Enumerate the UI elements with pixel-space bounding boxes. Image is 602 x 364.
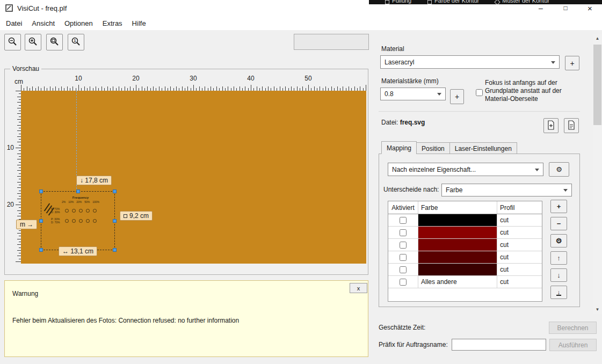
distinguish-combobox[interactable]: Farbe xyxy=(441,184,572,196)
object-row: P: 30%D: 70% xyxy=(49,217,112,224)
move-up-mapping-button[interactable]: ↑ xyxy=(550,251,567,265)
settings-mapping-button[interactable]: ⚙ xyxy=(550,234,567,247)
zoom-original-button[interactable]: 1 xyxy=(68,34,84,50)
calculate-button[interactable]: Berechnen xyxy=(549,322,597,334)
job-prefix-input[interactable] xyxy=(452,339,546,351)
scroll-down-arrow[interactable]: ▼ xyxy=(593,305,602,314)
row-enabled-checkbox[interactable] xyxy=(400,242,407,249)
material-combobox[interactable]: Laseracryl xyxy=(380,55,560,69)
row-enabled-checkbox[interactable] xyxy=(400,229,407,236)
ruler-tick xyxy=(119,86,119,91)
panel-separator xyxy=(379,111,580,112)
size-dimension-label: 9,2 cm xyxy=(129,212,149,220)
row-enabled-checkbox[interactable] xyxy=(400,254,407,261)
menu-extras[interactable]: Extras xyxy=(98,17,127,30)
mapping-mode-combobox[interactable]: Nach einzelner Eigenschaft... xyxy=(388,163,543,176)
vertical-ruler: 1020 xyxy=(5,91,21,264)
move-down-mapping-button[interactable]: ↓ xyxy=(550,268,567,282)
mapping-row[interactable]: cut xyxy=(388,239,542,251)
tab-laser-einstellungen[interactable]: Laser-Einstellungen xyxy=(449,142,517,154)
zoom-out-button[interactable] xyxy=(4,34,21,50)
ruler-tick xyxy=(205,86,205,91)
ruler-tick xyxy=(16,148,21,148)
mapping-settings-button[interactable]: ⚙ xyxy=(549,162,569,177)
menu-datei[interactable]: Datei xyxy=(1,17,27,30)
selection-handle[interactable] xyxy=(113,219,117,223)
menu-optionen[interactable]: Optionen xyxy=(60,17,98,30)
ruler-tick xyxy=(251,85,251,91)
ruler-tick xyxy=(285,86,286,91)
object-rows: P: 70%D: 30%P: 30%D: 70% xyxy=(49,207,112,224)
table-header-cell: Farbe xyxy=(418,201,497,214)
selection-handle[interactable] xyxy=(113,190,117,193)
row-enabled-checkbox[interactable] xyxy=(400,217,407,224)
scroll-up-arrow[interactable]: ▲ xyxy=(593,34,602,43)
selection-handle[interactable] xyxy=(76,190,80,193)
mapping-row[interactable]: cut xyxy=(388,214,542,227)
ruler-tick xyxy=(17,256,21,256)
enabled-cell xyxy=(388,227,418,238)
execute-button[interactable]: Ausführen xyxy=(549,339,597,351)
enabled-cell xyxy=(388,251,418,263)
color-swatch xyxy=(418,214,497,226)
remove-mapping-button[interactable]: − xyxy=(550,217,567,230)
zoom-in-button[interactable] xyxy=(25,34,41,50)
ruler-tick xyxy=(302,86,303,91)
ruler-tick xyxy=(240,86,240,91)
add-mapping-button[interactable]: + xyxy=(550,200,567,213)
selection-handle[interactable] xyxy=(39,190,43,193)
square-icon xyxy=(124,214,127,218)
ruler-tick xyxy=(101,86,102,91)
ruler-tick xyxy=(308,85,309,91)
selection-handle[interactable] xyxy=(113,248,117,252)
scrollbar-thumb[interactable] xyxy=(593,45,601,125)
engraving-test-object: Frequency 2%10%20%50%100% P: 70%D: 30%P:… xyxy=(49,196,112,224)
thickness-combobox[interactable]: 0.8 xyxy=(380,88,446,100)
file-line: Datei: freq.svg xyxy=(381,119,425,126)
save-mapping-button[interactable]: ↓ xyxy=(550,286,567,299)
engrave-sample-dot xyxy=(93,219,97,223)
menu-hilfe[interactable]: Hilfe xyxy=(127,17,151,30)
focus-baseplate-checkbox[interactable] xyxy=(476,89,483,96)
ruler-tick xyxy=(17,113,21,114)
visicut-window: VisiCut - freq.plf – □ × FüllungFarbe de… xyxy=(0,0,602,364)
ruler-tick xyxy=(314,86,315,91)
panel-scrollbar[interactable]: ▲ ▼ xyxy=(593,34,602,314)
reload-file-button[interactable] xyxy=(564,118,579,133)
engrave-sample-dot xyxy=(93,209,97,213)
thickness-value: 0.8 xyxy=(385,90,394,98)
ruler-tick xyxy=(78,85,79,91)
tab-position[interactable]: Position xyxy=(416,142,450,154)
ruler-tick-label: 40 xyxy=(247,75,254,82)
add-thickness-button[interactable]: + xyxy=(450,89,464,104)
selection-handle[interactable] xyxy=(39,219,43,223)
selection-handle[interactable] xyxy=(39,248,43,252)
enabled-cell xyxy=(388,214,418,226)
ruler-tick xyxy=(72,86,73,91)
ruler-tick xyxy=(130,86,130,91)
zoom-fit-page-button[interactable] xyxy=(46,34,63,50)
mapping-row[interactable]: Alles anderecut xyxy=(388,276,542,288)
add-material-button[interactable]: + xyxy=(565,56,579,70)
open-file-button[interactable] xyxy=(543,118,559,133)
ruler-tick xyxy=(349,86,349,91)
selected-object[interactable]: Frequency 2%10%20%50%100% P: 70%D: 30%P:… xyxy=(41,191,115,250)
window-title: VisiCut - freq.plf xyxy=(17,4,67,12)
engrave-sample-dot xyxy=(65,209,69,213)
mapping-row[interactable]: cut xyxy=(388,251,542,264)
outline-color-checkbox-icon xyxy=(427,0,432,4)
ruler-tick xyxy=(354,86,355,91)
menu-ansicht[interactable]: Ansicht xyxy=(27,17,60,30)
ruler-tick xyxy=(38,86,39,91)
mapping-row[interactable]: cut xyxy=(388,264,542,276)
ruler-tick xyxy=(17,165,21,165)
object-title: Frequency xyxy=(49,196,112,199)
object-row-label: P: 30%D: 70% xyxy=(51,217,62,224)
warning-close-button[interactable]: x xyxy=(350,283,367,293)
color-swatch xyxy=(418,239,497,251)
mapping-row[interactable]: cut xyxy=(388,227,542,239)
row-enabled-checkbox[interactable] xyxy=(400,279,407,286)
tab-mapping[interactable]: Mapping xyxy=(381,141,417,154)
row-enabled-checkbox[interactable] xyxy=(400,266,407,273)
settings-icon: ⚙ xyxy=(556,237,562,245)
